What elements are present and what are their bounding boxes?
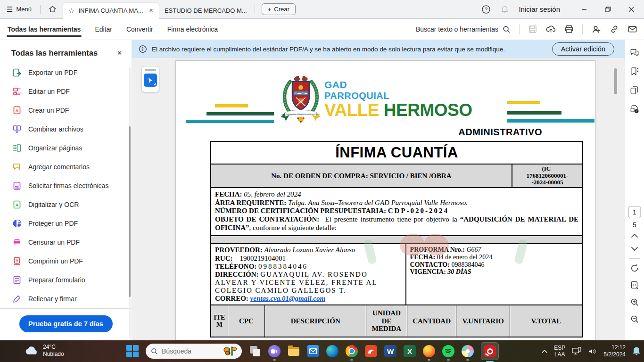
toolbar-tabs: Todas las herramientas Editar Convertir … [7,20,219,39]
start-button[interactable] [126,345,139,357]
menu-button[interactable]: ☰ Menú [0,0,38,18]
sidebar-close-icon[interactable]: ✕ [114,49,125,58]
sidebar-item-combinar-archivos[interactable]: Combinar archivos [0,120,132,139]
sidebar-scrollbar-thumb[interactable] [129,126,131,297]
volume-icon[interactable] [588,347,597,355]
taskbar-icon-firefox[interactable] [423,345,435,357]
sidebar-item-proteger-un-pdf[interactable]: Proteger un PDF [0,214,132,233]
sidebar-item-agregar-comentarios[interactable]: Agregar comentarios [0,157,132,176]
redact-pdf-icon [12,238,22,247]
taskbar-icon-spotify[interactable] [442,345,454,357]
taskbar-icon-file-explorer[interactable] [288,345,300,357]
letterhead-bar [186,120,274,123]
tab-todas-las-herramientas[interactable]: Todas las herramientas [7,20,82,39]
order-document-table: ÍNFIMA CUANTÍA No. DE ORDEN DE COMPRA: S… [210,141,583,337]
taskbar-icon-word[interactable]: W [384,345,396,357]
taskbar-icon-acrobat-active[interactable] [481,342,499,360]
print-icon[interactable] [564,25,574,34]
protect-pdf-icon [12,219,22,228]
hamburger-icon: ☰ [7,6,13,13]
main-panel: El archivo requiere el cumplimiento del … [132,40,625,340]
widget-drag-handle[interactable] [145,69,156,71]
email-icon[interactable] [627,25,637,34]
restore-button[interactable] [601,6,615,13]
search-input[interactable] [162,347,218,355]
sidebar-item-rellenar-y-firmar[interactable]: Rellenar y firmar [0,289,132,307]
tab-editar[interactable]: Editar [94,20,113,39]
taskbar-icon-mail[interactable] [307,345,319,357]
sign-in-button[interactable]: Iniciar sesión [519,5,560,13]
language-indicator[interactable]: ESP LAA [554,345,565,358]
comments-panel-button[interactable] [630,48,640,58]
create-button[interactable]: + Crear [262,3,296,15]
taskbar-icon-edge[interactable] [326,345,339,357]
select-tool-widget[interactable] [141,66,159,92]
current-page-input[interactable]: 1 [628,206,641,218]
sidebar-item-editar-un-pdf[interactable]: Editar un PDF [0,82,132,101]
sidebar-item-label: Preparar formulario [28,276,85,284]
tab-firma-electronica[interactable]: Firma electrónica [166,20,219,39]
spotify-waves-icon [445,348,452,354]
home-button[interactable] [42,0,63,18]
clock-widget[interactable]: 12:12 5/2/2024 [603,344,626,358]
sidebar-item-label: Solicitar firmas electrónicas [28,182,108,189]
select-cursor-tool[interactable] [144,74,157,87]
header-v-unitario: V.UNITARIO [456,305,509,337]
document-scrollbar-thumb[interactable] [614,68,617,94]
page-thumbnails-button[interactable] [630,85,640,95]
next-page-button[interactable] [631,247,638,251]
sidebar-item-digitalizar-y-ocr[interactable]: ADigitalizar y OCR [0,195,132,214]
minimize-button[interactable] [577,6,591,13]
taskbar-icon-excel[interactable]: X [404,345,416,357]
sidebar-item-solicitar-firmas-electronicas[interactable]: Solicitar firmas electrónicas [0,176,132,195]
sidebar-item-comprimir-un-pdf[interactable]: AComprimir un PDF [0,252,132,271]
vendor-block: PROVEEDOR: Alvarado Lozano Xavier Alonso… [211,244,405,304]
document-tab-estudio-mercado[interactable]: ESTUDIO DE MERCADO M... [159,3,253,19]
sidebar-item-censurar-un-pdf[interactable]: Censurar un PDF [0,233,132,252]
zoom-out-button[interactable] [630,314,639,324]
bookmarks-panel-button[interactable] [630,66,640,76]
svg-text:A: A [16,108,19,113]
taskbar-icon-foxit-pdf[interactable] [365,345,377,357]
share-upload-icon[interactable] [546,25,556,34]
rotate-page-button[interactable] [630,263,639,273]
sidebar-title: Todas las herramientas [11,49,98,58]
email-link[interactable]: ventas.cva.01@gmail.com [250,295,326,302]
taskbar-icon-task-view[interactable] [249,345,261,357]
sidebar-item-exportar-un-pdf[interactable]: Exportar un PDF [0,63,132,82]
previous-page-button[interactable] [631,233,638,238]
star-icon[interactable]: ☆ [68,7,74,15]
toolbar-separator [582,24,583,34]
sidebar-item-label: Editar un PDF [28,88,70,95]
help-icon[interactable]: ? [481,5,491,14]
attachments-info-button[interactable]: i [630,104,640,114]
home-icon [48,5,57,14]
save-icon[interactable] [528,25,537,34]
close-button[interactable] [624,6,638,13]
free-trial-button[interactable]: Prueba gratis de 7 días [19,315,113,332]
zoom-in-button[interactable] [630,297,639,307]
tray-chevron-up-icon[interactable] [541,349,548,354]
taskbar-icon-chat[interactable] [268,345,281,357]
actual-size-button[interactable]: 1:1 [630,280,639,290]
tab-close-icon[interactable]: ✕ [149,8,153,14]
document-tab-infima-cuantia[interactable]: ☆ INFIMA CUANTIA MA... ✕ [63,3,159,19]
proforma-fecha: FECHA: 04 de enero del 2024 [410,254,578,261]
add-user-icon[interactable] [591,25,601,34]
field-objeto: OBJETO DE CONTRATACIÓN: El presente inst… [215,215,578,232]
taskbar-icon-paint[interactable] [462,345,474,357]
link-icon[interactable] [610,25,619,34]
sidebar-item-preparar-formulario[interactable]: Preparar formulario [0,271,132,289]
taskbar-weather-widget[interactable]: 24°C Nublado [25,344,64,358]
taskbar-search-box[interactable] [146,344,242,359]
taskbar-icon-chrome[interactable] [346,345,358,357]
enable-editing-button[interactable]: Activar edición [552,42,614,56]
search-tools-button[interactable]: Buscar texto o herramientas [416,25,511,33]
tab-convertir[interactable]: Convertir [125,20,154,39]
sidebar-item-crear-un-pdf[interactable]: ACrear un PDF [0,101,132,120]
notifications-bell-icon[interactable] [500,5,509,14]
notification-bell-icon[interactable] [632,346,641,356]
sidebar-item-organizar-paginas[interactable]: Organizar páginas [0,139,132,157]
pdf-page: VALLE HERMOSO TURISTICO Y PRODUCTIVO GAD… [175,60,595,340]
network-icon[interactable] [571,347,582,355]
